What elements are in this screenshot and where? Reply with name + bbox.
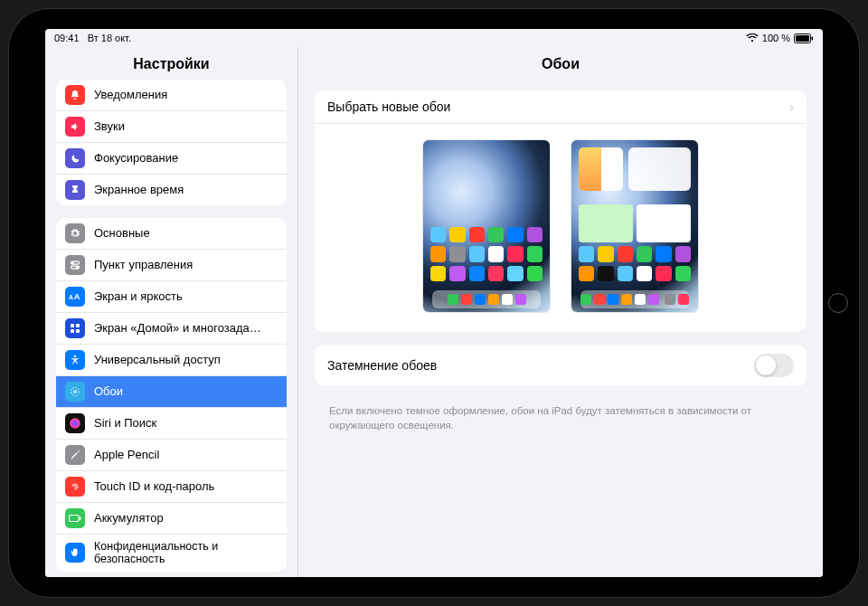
- svg-rect-18: [80, 516, 81, 520]
- hand-icon: [65, 543, 85, 563]
- sidebar-item-label: Основные: [94, 227, 278, 241]
- sidebar-item-notifications[interactable]: Уведомления: [56, 80, 287, 110]
- sidebar-item-screen-time[interactable]: Экранное время: [56, 174, 287, 205]
- sidebar-item-label: Аккумулятор: [94, 512, 278, 526]
- sidebar-item-label: Конфиденциальность и безопасность: [94, 540, 278, 566]
- sidebar-item-touch-id[interactable]: Touch ID и код-пароль: [56, 470, 287, 502]
- sidebar-item-general[interactable]: Основные: [56, 218, 287, 249]
- chevron-right-icon: ›: [789, 99, 794, 114]
- split-content: Настройки Уведомления: [45, 47, 823, 577]
- status-bar: 09:41 Вт 18 окт. 100 %: [45, 29, 823, 47]
- sidebar-item-label: Экран и яркость: [94, 290, 278, 304]
- lock-screen-preview[interactable]: [423, 140, 550, 312]
- sidebar-item-privacy[interactable]: Конфиденциальность и безопасность: [56, 534, 287, 572]
- sidebar-group-2: Основные Пункт управления AA: [56, 218, 287, 572]
- speaker-icon: [65, 117, 85, 137]
- svg-point-16: [70, 418, 80, 429]
- sidebar-item-display-brightness[interactable]: AA Экран и яркость: [56, 280, 287, 312]
- grid-icon: [65, 318, 85, 338]
- sidebar-item-label: Уведомления: [94, 89, 278, 102]
- wallpaper-card: Выбрать новые обои ›: [315, 90, 807, 332]
- battery-percentage: 100 %: [762, 33, 790, 43]
- wallpaper-previews: [315, 124, 807, 332]
- wallpaper-icon: [65, 382, 85, 402]
- dim-card: Затемнение обоев: [315, 345, 807, 386]
- sidebar-item-label: Пункт управления: [94, 259, 278, 272]
- sidebar-group-1: Уведомления Звуки Фокусиро: [56, 80, 287, 205]
- sidebar-title: Настройки: [45, 47, 297, 80]
- sidebar-item-label: Обои: [94, 385, 278, 399]
- svg-point-13: [74, 355, 77, 358]
- sidebar-item-home-screen[interactable]: Экран «Домой» и многозада…: [56, 312, 287, 344]
- svg-rect-17: [70, 516, 80, 522]
- status-left: 09:41 Вт 18 окт.: [54, 33, 131, 43]
- dim-wallpaper-row: Затемнение обоев: [315, 345, 807, 386]
- svg-rect-1: [796, 35, 809, 42]
- dim-footnote: Если включено темное оформление, обои на…: [315, 399, 807, 432]
- status-time: 09:41: [54, 33, 80, 43]
- sidebar-item-sounds[interactable]: Звуки: [56, 110, 287, 142]
- detail-scroll[interactable]: Выбрать новые обои ›: [298, 80, 823, 577]
- svg-point-6: [77, 267, 79, 269]
- bell-icon: [65, 85, 85, 105]
- hourglass-icon: [65, 180, 85, 200]
- status-date: Вт 18 окт.: [88, 33, 131, 43]
- home-screen-preview[interactable]: [571, 140, 698, 312]
- sidebar-item-pencil[interactable]: Apple Pencil: [56, 439, 287, 470]
- svg-point-15: [71, 388, 80, 396]
- accessibility-icon: [65, 350, 85, 370]
- svg-rect-2: [812, 36, 814, 40]
- svg-text:A: A: [74, 293, 80, 302]
- sidebar-item-label: Siri и Поиск: [94, 417, 278, 431]
- svg-rect-10: [76, 324, 80, 327]
- text-size-icon: AA: [65, 287, 85, 307]
- sidebar-item-accessibility[interactable]: Универсальный доступ: [56, 344, 287, 375]
- switches-icon: [65, 255, 85, 275]
- screen: 09:41 Вт 18 окт. 100 % Настройки: [45, 29, 823, 577]
- fingerprint-icon: [65, 477, 85, 497]
- home-button[interactable]: [828, 293, 848, 313]
- settings-sidebar: Настройки Уведомления: [45, 47, 298, 577]
- moon-icon: [65, 148, 85, 168]
- sidebar-item-label: Touch ID и код-пароль: [94, 480, 278, 494]
- svg-rect-9: [71, 324, 74, 327]
- sidebar-item-label: Звуки: [94, 120, 278, 134]
- gear-icon: [65, 223, 85, 243]
- sidebar-item-siri[interactable]: Siri и Поиск: [56, 407, 287, 439]
- status-right: 100 %: [746, 33, 814, 43]
- choose-wallpaper-row[interactable]: Выбрать новые обои ›: [315, 90, 807, 124]
- sidebar-scroll[interactable]: Уведомления Звуки Фокусиро: [45, 80, 297, 577]
- pencil-icon: [65, 445, 85, 465]
- wifi-icon: [746, 33, 759, 43]
- sidebar-item-label: Apple Pencil: [94, 449, 278, 462]
- svg-text:A: A: [69, 295, 73, 301]
- battery-setting-icon: [65, 508, 85, 528]
- sidebar-item-label: Экранное время: [94, 184, 278, 197]
- sidebar-item-control-center[interactable]: Пункт управления: [56, 249, 287, 280]
- sidebar-item-battery[interactable]: Аккумулятор: [56, 502, 287, 534]
- choose-wallpaper-label: Выбрать новые обои: [327, 99, 450, 114]
- sidebar-item-label: Фокусирование: [94, 152, 278, 166]
- detail-pane: Обои Выбрать новые обои ›: [298, 47, 823, 577]
- dim-wallpaper-label: Затемнение обоев: [327, 358, 437, 373]
- ipad-device-frame: 09:41 Вт 18 окт. 100 % Настройки: [9, 9, 859, 597]
- sidebar-item-label: Универсальный доступ: [94, 354, 278, 367]
- sidebar-item-wallpaper[interactable]: Обои: [56, 375, 287, 407]
- sidebar-item-label: Экран «Домой» и многозада…: [94, 322, 278, 336]
- detail-title: Обои: [298, 47, 823, 80]
- dim-wallpaper-switch[interactable]: [754, 354, 794, 377]
- svg-point-5: [72, 262, 74, 264]
- sidebar-item-focus[interactable]: Фокусирование: [56, 142, 287, 174]
- battery-icon: [794, 33, 814, 43]
- svg-rect-11: [71, 329, 74, 333]
- svg-point-14: [74, 391, 77, 393]
- siri-icon: [65, 413, 85, 433]
- svg-rect-12: [76, 329, 80, 333]
